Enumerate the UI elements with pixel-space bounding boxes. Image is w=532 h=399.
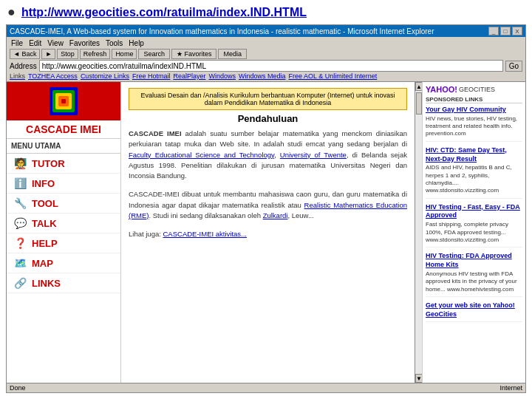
maximize-button[interactable]: □ <box>500 27 511 35</box>
address-row: Address Go <box>10 60 522 72</box>
refresh-button[interactable]: Refresh <box>80 49 111 59</box>
forward-button[interactable]: ► <box>41 49 55 59</box>
nav-item-help[interactable]: ❓ HELP <box>7 233 120 253</box>
status-left: Done <box>10 384 26 392</box>
info-icon: ℹ️ <box>11 176 29 191</box>
scroll-track <box>415 91 422 374</box>
yahoo-header: YAHOO! GEOCITIES <box>426 85 522 94</box>
yahoo-logo: YAHOO! <box>426 85 457 94</box>
main-content: Evaluasi Desain dan /Analisis Kurikulum … <box>121 82 415 383</box>
minimize-button[interactable]: _ <box>488 27 499 35</box>
browser-window: CASCADE-IMEI, A Web-based system for Inn… <box>6 24 526 393</box>
menu-edit[interactable]: Edit <box>29 39 41 47</box>
go-button[interactable]: Go <box>505 61 522 72</box>
scroll-thumb[interactable] <box>416 92 422 115</box>
stop-button[interactable]: Stop <box>57 49 78 59</box>
content-paragraph-1: CASCADE IMEI adalah suatu sumber belajar… <box>129 129 407 181</box>
talk-icon: 💬 <box>11 216 29 231</box>
menu-favorites[interactable]: Favorites <box>69 39 100 47</box>
top-bar: ● http://www.geocities.com/ratuilma/inde… <box>0 0 532 24</box>
ad-block-2: HIV: CTD: Same Day Test, Next-Day Result… <box>426 146 522 199</box>
nav-item-map[interactable]: 🗺️ MAP <box>7 253 120 273</box>
activities-link[interactable]: CASCADE-IMEI aktivitas... <box>163 230 247 238</box>
ad-title-1[interactable]: Your Gay HIV Community <box>426 106 522 115</box>
ad-block-1: Your Gay HIV Community HIV news, true st… <box>426 106 522 142</box>
titlebar-buttons: _ □ X <box>488 27 522 35</box>
menu-row: File Edit View Favorites Tools Help <box>10 38 522 48</box>
ad-sidebar: YAHOO! GEOCITIES SPONSORED LINKS Your Ga… <box>422 82 525 383</box>
address-input[interactable] <box>39 60 503 72</box>
nav-item-tool[interactable]: 🔧 TOOL <box>7 194 120 214</box>
site-sidebar: CASCADE IMEI MENU UTAMA 🧑‍🏫 TUTOR ℹ️ INF… <box>7 82 121 383</box>
site-title: CASCADE IMEI <box>7 120 120 139</box>
ad-text-1: HIV news, true stories, HIV testing, tre… <box>426 115 522 138</box>
link-aol[interactable]: Free AOL & Unlimited Internet <box>289 72 378 80</box>
link-winmedia[interactable]: Windows Media <box>239 72 286 80</box>
link-customize[interactable]: Customize Links <box>81 72 129 80</box>
ad-text-4: Anonymous HIV testing with FDA approved … <box>426 270 522 293</box>
home-button[interactable]: Home <box>112 49 137 59</box>
nav-item-tutor[interactable]: 🧑‍🏫 TUTOR <box>7 154 120 174</box>
tool-icon: 🔧 <box>11 196 29 211</box>
link-tozhea[interactable]: TOZHEA Access <box>28 72 78 80</box>
close-button[interactable]: X <box>512 27 522 35</box>
faculty-link[interactable]: Faculty Educational Science and Technolo… <box>129 151 274 159</box>
nav-item-info[interactable]: ℹ️ INFO <box>7 174 120 194</box>
content-paragraph-2: CASCADE-IMEI dibuat untuk membantu mahas… <box>129 189 407 221</box>
menu-help[interactable]: Help <box>129 39 144 47</box>
ad-title-2[interactable]: HIV: CTD: Same Day Test, Next-Day Result <box>426 146 522 163</box>
nav-label-map: MAP <box>32 258 53 269</box>
help-icon: ❓ <box>11 236 29 250</box>
browser-content: CASCADE IMEI MENU UTAMA 🧑‍🏫 TUTOR ℹ️ INF… <box>7 82 525 383</box>
ad-text-2: AIDS and HIV, hepatitis B and C, herpes … <box>426 164 522 195</box>
links-nav-icon: 🔗 <box>11 276 29 290</box>
university-link[interactable]: University of Twente <box>280 151 347 159</box>
menu-utama-label: MENU UTAMA <box>7 139 120 154</box>
nav-row: ◄ Back ► Stop Refresh Home Search ★ Favo… <box>10 49 522 59</box>
menu-file[interactable]: File <box>11 39 23 47</box>
browser-titlebar: CASCADE-IMEI, A Web-based system for Inn… <box>7 25 525 37</box>
nav-label-help: HELP <box>32 238 58 249</box>
nav-label-info: INFO <box>32 178 55 189</box>
link-hotmail[interactable]: Free Hotmail <box>132 72 171 80</box>
ad-block-3: HIV Testing - Fast, Easy - FDA Approved … <box>426 203 522 248</box>
back-button[interactable]: ◄ Back <box>10 49 40 59</box>
ad-title-5[interactable]: Get your web site on Yahoo! GeoCities <box>426 301 522 318</box>
nav-label-links: LINKS <box>32 278 61 289</box>
address-label: Address <box>10 62 37 70</box>
media-button[interactable]: Media <box>218 49 247 59</box>
cascade-imei-bold: CASCADE IMEI <box>129 129 182 137</box>
menu-tools[interactable]: Tools <box>106 39 123 47</box>
zulkardi-link[interactable]: Zulkardi <box>263 211 288 219</box>
sponsored-label: SPONSORED LINKS <box>426 96 522 103</box>
tutor-icon: 🧑‍🏫 <box>11 156 29 171</box>
ad-block-4: HIV Testing: FDA Approved Home Kits Anon… <box>426 252 522 297</box>
status-right: Internet <box>499 384 522 392</box>
link-windows[interactable]: Windows <box>208 72 236 80</box>
page-heading: Pendahuluan <box>129 113 407 124</box>
map-icon: 🗺️ <box>11 256 29 270</box>
favorites-button[interactable]: ★ Favorites <box>171 49 217 59</box>
content-paragraph-3: Lihat juga: CASCADE-IMEI aktivitas... <box>129 229 407 239</box>
browser-statusbar: Done Internet <box>7 383 525 392</box>
ad-text-3: Fast shipping, complete privacy 100%, FD… <box>426 221 522 244</box>
page-container: ● http://www.geocities.com/ratuilma/inde… <box>0 0 532 399</box>
ad-title-4[interactable]: HIV Testing: FDA Approved Home Kits <box>426 252 522 269</box>
search-button[interactable]: Search <box>138 49 170 59</box>
url-link[interactable]: http://www.geocities.com/ratuilma/index.… <box>21 6 307 19</box>
evolution-text: Evaluasi Desain dan /Analisis Kurikulum … <box>140 92 395 106</box>
ad-block-5: Get your web site on Yahoo! GeoCities <box>426 301 522 322</box>
evolution-banner: Evaluasi Desain dan /Analisis Kurikulum … <box>129 88 407 110</box>
scrollbar: ▲ ▼ <box>415 82 422 383</box>
browser-title: CASCADE-IMEI, A Web-based system for Inn… <box>10 27 434 35</box>
link-realplayer[interactable]: RealPlayer <box>173 72 205 80</box>
menu-view[interactable]: View <box>47 39 64 47</box>
ad-title-3[interactable]: HIV Testing - Fast, Easy - FDA Approved <box>426 203 522 220</box>
site-logo <box>7 82 120 120</box>
nav-item-talk[interactable]: 💬 TALK <box>7 214 120 233</box>
nav-label-tool: TOOL <box>32 198 58 209</box>
links-row: Links TOZHEA Access Customize Links Free… <box>10 72 522 80</box>
nav-label-tutor: TUTOR <box>32 158 65 169</box>
menu-bar: File Edit View Favorites Tools Help <box>10 38 146 48</box>
nav-item-links[interactable]: 🔗 LINKS <box>7 273 120 293</box>
